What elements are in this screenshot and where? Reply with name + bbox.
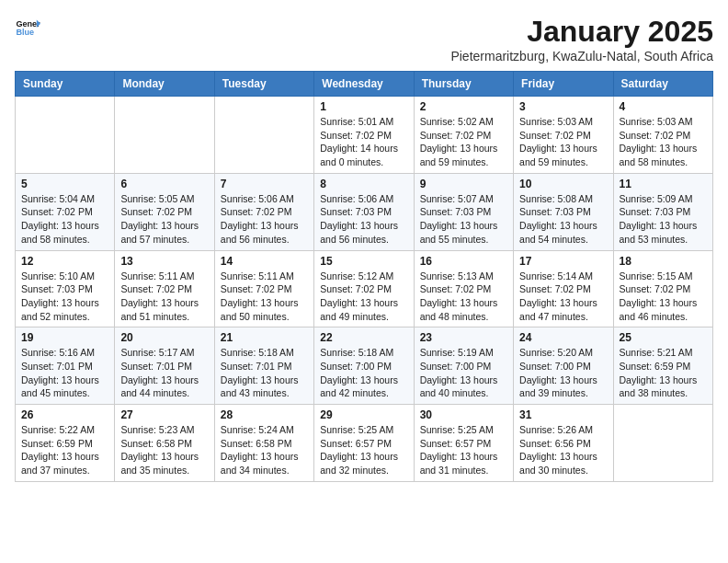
calendar-cell [613,405,712,482]
day-number: 19 [21,331,108,344]
calendar-cell: 24Sunrise: 5:20 AM Sunset: 7:00 PM Dayli… [514,327,613,405]
day-info: Sunrise: 5:21 AM Sunset: 6:59 PM Dayligh… [620,346,707,400]
day-number: 13 [120,255,208,268]
day-info: Sunrise: 5:10 AM Sunset: 7:03 PM Dayligh… [21,270,108,324]
weekday-header-sunday: Sunday [16,72,115,97]
day-info: Sunrise: 5:03 AM Sunset: 7:02 PM Dayligh… [620,115,707,169]
calendar-cell: 19Sunrise: 5:16 AM Sunset: 7:01 PM Dayli… [16,327,115,405]
calendar-cell [214,97,313,174]
page-header: General Blue January 2025 Pietermaritzbu… [15,15,713,63]
month-title: January 2025 [450,15,713,49]
day-info: Sunrise: 5:05 AM Sunset: 7:02 PM Dayligh… [120,192,208,247]
calendar-header-row: SundayMondayTuesdayWednesdayThursdayFrid… [16,72,713,97]
day-number: 21 [221,331,308,344]
day-info: Sunrise: 5:09 AM Sunset: 7:03 PM Dayligh… [620,192,707,247]
day-info: Sunrise: 5:06 AM Sunset: 7:02 PM Dayligh… [221,192,308,247]
day-number: 4 [620,100,707,113]
day-number: 1 [320,100,407,113]
day-number: 23 [420,331,507,344]
day-number: 12 [21,255,108,268]
calendar-week-row: 12Sunrise: 5:10 AM Sunset: 7:03 PM Dayli… [16,250,713,327]
day-info: Sunrise: 5:24 AM Sunset: 6:58 PM Dayligh… [221,423,308,477]
weekday-header-saturday: Saturday [613,72,712,97]
calendar-cell: 5Sunrise: 5:04 AM Sunset: 7:02 PM Daylig… [16,173,115,250]
day-info: Sunrise: 5:03 AM Sunset: 7:02 PM Dayligh… [519,115,607,169]
day-number: 10 [519,178,607,190]
day-number: 30 [420,408,507,421]
day-info: Sunrise: 5:25 AM Sunset: 6:57 PM Dayligh… [420,423,507,477]
day-info: Sunrise: 5:16 AM Sunset: 7:01 PM Dayligh… [21,346,108,400]
calendar-week-row: 5Sunrise: 5:04 AM Sunset: 7:02 PM Daylig… [16,173,713,250]
day-info: Sunrise: 5:07 AM Sunset: 7:03 PM Dayligh… [420,192,507,247]
day-number: 6 [120,178,208,190]
day-number: 28 [221,408,308,421]
day-info: Sunrise: 5:18 AM Sunset: 7:01 PM Dayligh… [221,346,308,400]
calendar-cell: 8Sunrise: 5:06 AM Sunset: 7:03 PM Daylig… [314,173,414,250]
day-number: 20 [120,331,208,344]
calendar-week-row: 19Sunrise: 5:16 AM Sunset: 7:01 PM Dayli… [16,327,713,405]
calendar-cell: 7Sunrise: 5:06 AM Sunset: 7:02 PM Daylig… [214,173,313,250]
day-info: Sunrise: 5:12 AM Sunset: 7:02 PM Dayligh… [320,270,407,324]
calendar-cell: 4Sunrise: 5:03 AM Sunset: 7:02 PM Daylig… [613,97,712,174]
calendar-cell [115,97,214,174]
day-info: Sunrise: 5:13 AM Sunset: 7:02 PM Dayligh… [420,270,507,324]
day-number: 31 [519,408,607,421]
calendar-cell: 10Sunrise: 5:08 AM Sunset: 7:03 PM Dayli… [514,173,613,250]
day-number: 24 [519,331,607,344]
day-number: 9 [420,178,507,190]
day-number: 29 [320,408,407,421]
day-number: 14 [221,255,308,268]
calendar-cell: 2Sunrise: 5:02 AM Sunset: 7:02 PM Daylig… [414,97,513,174]
day-info: Sunrise: 5:02 AM Sunset: 7:02 PM Dayligh… [420,115,507,169]
calendar-cell: 3Sunrise: 5:03 AM Sunset: 7:02 PM Daylig… [514,97,613,174]
logo-icon: General Blue [15,15,40,40]
day-number: 2 [420,100,507,113]
day-number: 22 [320,331,407,344]
calendar-cell: 9Sunrise: 5:07 AM Sunset: 7:03 PM Daylig… [414,173,513,250]
calendar-cell: 13Sunrise: 5:11 AM Sunset: 7:02 PM Dayli… [115,250,214,327]
day-number: 8 [320,178,407,190]
calendar-week-row: 26Sunrise: 5:22 AM Sunset: 6:59 PM Dayli… [16,405,713,482]
day-info: Sunrise: 5:25 AM Sunset: 6:57 PM Dayligh… [320,423,407,477]
day-info: Sunrise: 5:14 AM Sunset: 7:02 PM Dayligh… [519,270,607,324]
weekday-header-tuesday: Tuesday [214,72,313,97]
title-block: January 2025 Pietermaritzburg, KwaZulu-N… [450,15,713,63]
calendar-cell: 23Sunrise: 5:19 AM Sunset: 7:00 PM Dayli… [414,327,513,405]
day-info: Sunrise: 5:19 AM Sunset: 7:00 PM Dayligh… [420,346,507,400]
day-number: 25 [620,331,707,344]
day-info: Sunrise: 5:26 AM Sunset: 6:56 PM Dayligh… [519,423,607,477]
day-info: Sunrise: 5:22 AM Sunset: 6:59 PM Dayligh… [21,423,108,477]
calendar-cell: 25Sunrise: 5:21 AM Sunset: 6:59 PM Dayli… [613,327,712,405]
day-number: 3 [519,100,607,113]
logo: General Blue [15,15,40,40]
day-number: 16 [420,255,507,268]
day-number: 11 [620,178,707,190]
day-info: Sunrise: 5:06 AM Sunset: 7:03 PM Dayligh… [320,192,407,247]
day-number: 17 [519,255,607,268]
calendar-cell: 29Sunrise: 5:25 AM Sunset: 6:57 PM Dayli… [314,405,414,482]
day-info: Sunrise: 5:01 AM Sunset: 7:02 PM Dayligh… [320,115,407,169]
calendar-cell: 16Sunrise: 5:13 AM Sunset: 7:02 PM Dayli… [414,250,513,327]
day-number: 18 [620,255,707,268]
calendar-cell: 21Sunrise: 5:18 AM Sunset: 7:01 PM Dayli… [214,327,313,405]
day-info: Sunrise: 5:08 AM Sunset: 7:03 PM Dayligh… [519,192,607,247]
day-number: 15 [320,255,407,268]
calendar-cell: 27Sunrise: 5:23 AM Sunset: 6:58 PM Dayli… [115,405,214,482]
day-info: Sunrise: 5:18 AM Sunset: 7:00 PM Dayligh… [320,346,407,400]
day-info: Sunrise: 5:17 AM Sunset: 7:01 PM Dayligh… [120,346,208,400]
calendar-cell: 12Sunrise: 5:10 AM Sunset: 7:03 PM Dayli… [16,250,115,327]
day-info: Sunrise: 5:11 AM Sunset: 7:02 PM Dayligh… [120,270,208,324]
calendar-cell: 6Sunrise: 5:05 AM Sunset: 7:02 PM Daylig… [115,173,214,250]
calendar-cell: 28Sunrise: 5:24 AM Sunset: 6:58 PM Dayli… [214,405,313,482]
location-subtitle: Pietermaritzburg, KwaZulu-Natal, South A… [450,49,713,63]
weekday-header-monday: Monday [115,72,214,97]
calendar-cell: 18Sunrise: 5:15 AM Sunset: 7:02 PM Dayli… [613,250,712,327]
day-info: Sunrise: 5:20 AM Sunset: 7:00 PM Dayligh… [519,346,607,400]
calendar-table: SundayMondayTuesdayWednesdayThursdayFrid… [15,71,713,482]
calendar-cell: 26Sunrise: 5:22 AM Sunset: 6:59 PM Dayli… [16,405,115,482]
day-info: Sunrise: 5:23 AM Sunset: 6:58 PM Dayligh… [120,423,208,477]
calendar-cell: 11Sunrise: 5:09 AM Sunset: 7:03 PM Dayli… [613,173,712,250]
calendar-cell: 14Sunrise: 5:11 AM Sunset: 7:02 PM Dayli… [214,250,313,327]
calendar-cell: 20Sunrise: 5:17 AM Sunset: 7:01 PM Dayli… [115,327,214,405]
calendar-week-row: 1Sunrise: 5:01 AM Sunset: 7:02 PM Daylig… [16,97,713,174]
